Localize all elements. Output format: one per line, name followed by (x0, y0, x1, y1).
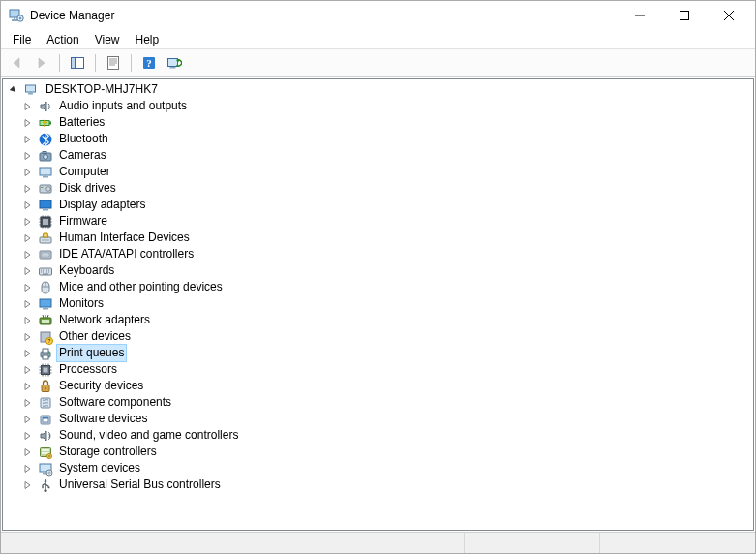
camera-icon (38, 148, 53, 164)
status-pane (600, 533, 755, 553)
swcomp-icon (38, 395, 53, 411)
tree-item-display-adapters[interactable]: Display adapters (5, 197, 753, 213)
tree-item-bluetooth[interactable]: Bluetooth (5, 131, 753, 147)
expander-icon[interactable] (22, 102, 36, 111)
expander-icon[interactable] (22, 200, 36, 210)
scan-hardware-button[interactable] (163, 52, 186, 74)
tree-item-human-interface-devices[interactable]: Human Interface Devices (5, 230, 753, 246)
svg-point-70 (48, 486, 50, 488)
tree-item-mice-and-other-pointing-devices[interactable]: Mice and other pointing devices (5, 279, 753, 295)
expander-icon[interactable] (22, 299, 36, 309)
svg-rect-51 (43, 355, 48, 359)
keyboard-icon (38, 263, 53, 279)
expander-icon[interactable] (22, 184, 36, 194)
title-bar: Device Manager (1, 1, 755, 30)
expander-icon[interactable] (22, 233, 36, 243)
computer-icon (38, 165, 53, 180)
audio-icon (38, 99, 53, 114)
expander-icon[interactable] (22, 382, 36, 391)
svg-rect-28 (40, 200, 51, 208)
svg-rect-20 (43, 151, 46, 153)
svg-point-56 (45, 387, 46, 389)
maximize-button[interactable] (662, 1, 707, 30)
window-title: Device Manager (30, 9, 618, 22)
tree-item-computer[interactable]: Computer (5, 164, 753, 180)
tree-item-universal-serial-bus-controllers[interactable]: Universal Serial Bus controllers (5, 477, 753, 493)
expander-icon[interactable] (22, 431, 36, 441)
tree-item-storage-controllers[interactable]: Storage controllers (5, 444, 753, 460)
tree-item-keyboards[interactable]: Keyboards (5, 262, 753, 279)
expander-icon[interactable] (22, 316, 36, 325)
expander-icon[interactable] (22, 398, 36, 408)
svg-rect-60 (43, 417, 48, 419)
help-button[interactable]: ? (137, 52, 161, 74)
tree-item-software-components[interactable]: Software components (5, 394, 753, 411)
status-bar (1, 532, 755, 553)
tree-item-batteries[interactable]: Batteries (5, 114, 753, 131)
tree-item-label: Audio inputs and outputs (57, 98, 189, 114)
printer-icon (38, 346, 53, 361)
show-hide-tree-button[interactable] (66, 52, 89, 74)
svg-rect-11 (170, 67, 176, 69)
expander-icon[interactable] (22, 365, 36, 375)
expander-icon[interactable] (22, 250, 36, 260)
tree-item-security-devices[interactable]: Security devices (5, 378, 753, 394)
tree-item-label: Sound, video and game controllers (57, 427, 240, 444)
tree-item-sound-video-and-game-controllers[interactable]: Sound, video and game controllers (5, 427, 753, 444)
menu-file[interactable]: File (5, 31, 39, 48)
tree-item-label: Storage controllers (57, 444, 159, 460)
expander-icon[interactable] (22, 447, 36, 457)
tree-root[interactable]: DESKTOP-MHJ7HK7 (5, 81, 753, 98)
expander-icon[interactable] (22, 217, 36, 227)
expander-icon[interactable] (22, 464, 36, 474)
tree-item-processors[interactable]: Processors (5, 361, 753, 378)
expander-icon[interactable] (22, 332, 36, 342)
close-button[interactable] (707, 1, 751, 30)
tree-item-label: Software devices (57, 411, 149, 427)
svg-rect-30 (45, 208, 46, 210)
hid-icon (38, 231, 53, 246)
tree-item-cameras[interactable]: Cameras (5, 147, 753, 164)
tree-item-label: Network adapters (57, 312, 152, 328)
expander-icon[interactable] (22, 283, 36, 292)
properties-button[interactable] (102, 52, 125, 74)
menu-help[interactable]: Help (128, 31, 167, 48)
svg-rect-27 (41, 187, 44, 188)
tree-item-label: Processors (57, 361, 119, 378)
expander-icon[interactable] (9, 85, 22, 95)
expander-icon[interactable] (22, 415, 36, 424)
tree-item-firmware[interactable]: Firmware (5, 213, 753, 230)
menu-view[interactable]: View (87, 31, 128, 48)
disk-icon (38, 181, 53, 197)
tree-item-print-queues[interactable]: Print queues (5, 345, 753, 361)
storage-icon (38, 445, 53, 460)
tree-item-other-devices[interactable]: ?Other devices (5, 328, 753, 345)
svg-rect-41 (40, 299, 51, 307)
expander-icon[interactable] (22, 118, 36, 128)
tree-item-label: Firmware (57, 213, 109, 230)
tree-item-audio-inputs-and-outputs[interactable]: Audio inputs and outputs (5, 98, 753, 114)
expander-icon[interactable] (22, 151, 36, 161)
status-pane (1, 533, 465, 553)
tree-item-system-devices[interactable]: System devices (5, 460, 753, 477)
tree-item-monitors[interactable]: Monitors (5, 295, 753, 312)
tree-item-disk-drives[interactable]: Disk drives (5, 180, 753, 197)
expander-icon[interactable] (22, 168, 36, 177)
expander-icon[interactable] (22, 266, 36, 276)
tree-item-software-devices[interactable]: Software devices (5, 411, 753, 427)
minimize-button[interactable] (618, 1, 662, 30)
svg-point-38 (45, 254, 45, 255)
menu-action[interactable]: Action (39, 31, 86, 48)
svg-rect-34 (42, 239, 49, 241)
expander-icon[interactable] (22, 480, 36, 490)
tree-item-network-adapters[interactable]: Network adapters (5, 312, 753, 328)
expander-icon[interactable] (22, 135, 36, 144)
expander-icon[interactable] (22, 349, 36, 358)
tree-item-ide-ata-atapi-controllers[interactable]: IDE ATA/ATAPI controllers (5, 246, 753, 262)
back-button[interactable] (5, 52, 28, 74)
device-tree[interactable]: DESKTOP-MHJ7HK7Audio inputs and outputsB… (2, 78, 754, 531)
svg-point-68 (44, 488, 46, 491)
forward-button[interactable] (30, 52, 53, 74)
tree-item-label: Computer (57, 164, 112, 180)
computer-icon (24, 82, 40, 98)
